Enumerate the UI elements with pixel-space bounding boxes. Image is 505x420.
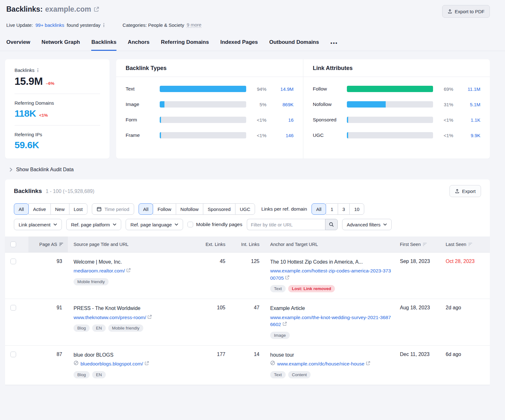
search-button[interactable] bbox=[325, 219, 338, 230]
source-url-link[interactable]: bluedoorblogs.blogspot.com/ bbox=[80, 361, 143, 366]
row-checkbox[interactable] bbox=[10, 259, 16, 264]
tag-image: Image bbox=[270, 332, 290, 339]
ref-page-platform-dropdown[interactable]: Ref. page platform bbox=[66, 219, 121, 230]
target-url-link[interactable]: www.example.com/the-knot-wedding-survey-… bbox=[270, 315, 391, 327]
live-update-suffix: found yesterday bbox=[67, 22, 101, 28]
info-icon[interactable] bbox=[103, 23, 105, 27]
link-attribute-value-link[interactable]: 9.9K bbox=[457, 133, 480, 138]
mobile-friendly-checkbox[interactable] bbox=[187, 222, 193, 227]
follow-filter-ugc[interactable]: UGC bbox=[235, 203, 255, 215]
external-link-icon[interactable] bbox=[145, 361, 149, 365]
last-seen-value: 2d ago bbox=[446, 305, 461, 310]
backlink-type-label: Image bbox=[126, 102, 156, 107]
external-link-icon[interactable] bbox=[285, 275, 289, 280]
backlink-type-bar-fill bbox=[160, 86, 246, 92]
target-url-line: www.example.com/the-knot-wedding-survey-… bbox=[270, 314, 391, 328]
target-url-link[interactable]: www.example.com/dc/house/nice-house bbox=[277, 361, 365, 366]
follow-filter-sponsored[interactable]: Sponsored bbox=[203, 203, 235, 215]
tab-backlinks[interactable]: Backlinks bbox=[91, 36, 116, 51]
anchor-tags: TextContent bbox=[270, 371, 391, 378]
external-link-icon[interactable] bbox=[126, 268, 131, 272]
external-link-icon[interactable] bbox=[147, 315, 152, 319]
categories-more-link[interactable]: 9 more bbox=[187, 22, 201, 28]
backlinks-table-card: Backlinks 1 - 100 (~15,928,689) Export A… bbox=[5, 179, 490, 385]
link-attribute-value-link[interactable]: 11.1M bbox=[457, 86, 480, 92]
info-icon[interactable] bbox=[37, 68, 39, 72]
show-audit-label: Show Backlink Audit Data bbox=[16, 167, 74, 172]
tag-en: EN bbox=[92, 324, 106, 332]
source-url-link[interactable]: www.theknotww.com/press-room/ bbox=[74, 315, 146, 320]
status-filter-group: AllActiveNewLost bbox=[14, 203, 87, 215]
tag-text: Text bbox=[270, 285, 286, 292]
tab-overview[interactable]: Overview bbox=[6, 36, 30, 51]
search-input[interactable] bbox=[247, 219, 325, 230]
tab-indexed-pages[interactable]: Indexed Pages bbox=[220, 36, 258, 51]
show-audit-toggle[interactable]: Show Backlink Audit Data bbox=[9, 167, 505, 172]
backlink-type-label: Form bbox=[126, 117, 156, 123]
source-cell: PRESS - The Knot Worldwidewww.theknotww.… bbox=[68, 299, 199, 346]
external-link-icon[interactable] bbox=[282, 322, 287, 326]
ref-page-language-dropdown[interactable]: Ref. page language bbox=[126, 219, 183, 230]
backlink-type-value-link[interactable]: 146 bbox=[270, 133, 294, 138]
live-update-link[interactable]: 99+ backlinks bbox=[35, 22, 64, 28]
follow-filter-nofollow[interactable]: Nofollow bbox=[176, 203, 204, 215]
table-header-row: Page AS Source page Title and URL Ext. L… bbox=[5, 236, 490, 252]
backlink-type-bar bbox=[160, 132, 246, 138]
tab-network-graph[interactable]: Network Graph bbox=[42, 36, 80, 51]
row-checkbox-cell bbox=[5, 345, 28, 385]
page-title-label: Backlinks: bbox=[6, 5, 43, 14]
external-link-icon[interactable] bbox=[366, 361, 370, 365]
source-url-link[interactable]: mediaroom.realtor.com/ bbox=[74, 268, 125, 273]
link-attribute-value-link[interactable]: 5.1M bbox=[457, 102, 480, 107]
source-cell: blue door BLOGSbluedoorblogs.blogspot.co… bbox=[68, 345, 199, 385]
export-button[interactable]: Export bbox=[449, 185, 481, 197]
status-filter-all[interactable]: All bbox=[14, 203, 29, 215]
link-placement-dropdown[interactable]: Link placement bbox=[14, 219, 62, 230]
link-attribute-value-link[interactable]: 1.1K bbox=[457, 117, 480, 123]
ext-links-header: Ext. Links bbox=[199, 236, 230, 252]
page-as-header[interactable]: Page AS bbox=[28, 236, 68, 252]
time-period-button[interactable]: Time period bbox=[92, 203, 134, 215]
external-link-icon[interactable] bbox=[94, 7, 99, 12]
status-filter-lost[interactable]: Lost bbox=[69, 203, 87, 215]
links-per-domain-1[interactable]: 1 bbox=[326, 203, 338, 215]
tab-referring-domains[interactable]: Referring Domains bbox=[161, 36, 209, 51]
row-checkbox[interactable] bbox=[10, 305, 16, 311]
backlink-type-value-link[interactable]: 16 bbox=[270, 117, 294, 123]
status-filter-new[interactable]: New bbox=[50, 203, 69, 215]
link-attribute-bar bbox=[347, 132, 433, 138]
links-per-domain-3[interactable]: 3 bbox=[338, 203, 350, 215]
row-checkbox[interactable] bbox=[10, 352, 16, 357]
sort-icon bbox=[468, 243, 472, 246]
anchor-cell: The 10 Hottest Zip Codes in America, A..… bbox=[264, 252, 396, 299]
status-filter-active[interactable]: Active bbox=[28, 203, 51, 215]
backlink-type-value-link[interactable]: 869K bbox=[270, 102, 294, 107]
referring-domains-stat-value[interactable]: 118K bbox=[15, 108, 36, 119]
links-per-domain-all[interactable]: All bbox=[312, 203, 326, 215]
follow-filter-all[interactable]: All bbox=[139, 203, 153, 215]
anchor-cell: Example Articlewww.example.com/the-knot-… bbox=[264, 299, 396, 346]
anchor-text: The 10 Hottest Zip Codes in America, A..… bbox=[270, 259, 391, 265]
advanced-filters-dropdown[interactable]: Advanced filters bbox=[342, 219, 392, 230]
tab-outbound-domains[interactable]: Outbound Domains bbox=[269, 36, 319, 51]
export-to-pdf-button[interactable]: Export to PDF bbox=[442, 5, 490, 18]
first-seen-header[interactable]: First Seen bbox=[396, 236, 442, 252]
select-all-checkbox[interactable] bbox=[10, 242, 16, 247]
link-attribute-bar bbox=[347, 86, 433, 92]
tabs-more-button[interactable]: ••• bbox=[330, 37, 338, 51]
link-attribute-row-nofollow: Nofollow31%5.1M bbox=[313, 101, 480, 108]
ext-links-cell: 45 bbox=[199, 252, 230, 299]
link-attribute-percent: 31% bbox=[437, 102, 453, 107]
row-checkbox-cell bbox=[5, 299, 28, 346]
referring-ips-stat-value[interactable]: 59.6K bbox=[15, 140, 39, 150]
live-update-line: Live Update: 99+ backlinks found yesterd… bbox=[0, 22, 505, 28]
tab-anchors[interactable]: Anchors bbox=[128, 36, 150, 51]
live-update-prefix: Live Update: bbox=[6, 22, 33, 28]
last-seen-header[interactable]: Last Seen bbox=[442, 236, 490, 252]
backlink-type-bar bbox=[160, 101, 246, 108]
links-per-domain-10[interactable]: 10 bbox=[349, 203, 364, 215]
backlink-type-value-link[interactable]: 14.9M bbox=[270, 86, 294, 92]
chevron-down-icon bbox=[113, 223, 116, 226]
follow-filter-follow[interactable]: Follow bbox=[153, 203, 176, 215]
page-as-cell: 87 bbox=[28, 345, 68, 385]
